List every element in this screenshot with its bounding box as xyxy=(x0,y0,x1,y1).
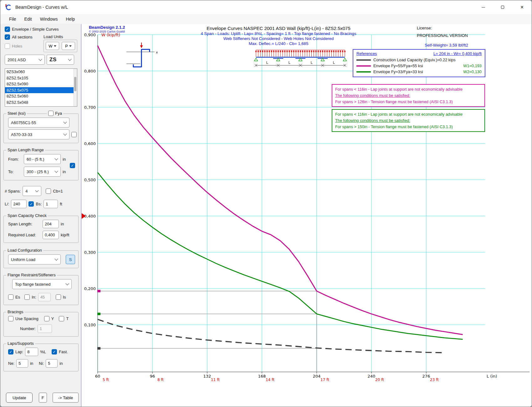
bs-input[interactable] xyxy=(43,200,58,208)
es-checkbox[interactable] xyxy=(8,294,13,300)
self-weight-label: Self-Weight= 3,59 lbf/ft2 xyxy=(404,43,468,48)
legend-l-wr-value: L= 204 in - Wr= 0,400 kip/ft xyxy=(433,51,482,56)
fast-checkbox[interactable] xyxy=(52,349,57,354)
ni-input[interactable] xyxy=(46,359,58,368)
load-units-w-label: W xyxy=(49,44,52,48)
all-sections-checkbox[interactable] xyxy=(5,34,10,40)
in-input[interactable] xyxy=(38,293,51,301)
menu-file[interactable]: File xyxy=(5,15,20,23)
bracing-y-checkbox[interactable] xyxy=(44,316,49,321)
span-length-input[interactable] xyxy=(43,220,59,228)
action-buttons: Update F -> Table xyxy=(0,393,81,403)
use-spacing-label: Use Spacing xyxy=(15,316,38,321)
bracing-number-input[interactable] xyxy=(38,324,52,333)
load-units-p-button[interactable]: P xyxy=(62,42,75,50)
flange-restraint-title: Flange Restraint/Stiffeners xyxy=(6,273,57,277)
list-item-section[interactable]: 8ZS2.5x090 xyxy=(5,81,77,87)
steel-group: Steel (ksi) Fya A60755C1-55 A570-33-33 xyxy=(3,113,79,143)
span-range-lock-checkbox[interactable] xyxy=(70,163,75,168)
steel-grade-2-checkbox[interactable] xyxy=(71,132,77,137)
ne-unit-label: in xyxy=(30,361,33,366)
ne-input[interactable] xyxy=(16,359,28,368)
envelope-simple-curves-checkbox[interactable] xyxy=(5,27,10,32)
shape-type-combo[interactable]: ZS xyxy=(47,55,74,65)
menu-windows[interactable]: Windows xyxy=(36,15,62,23)
lap-checkbox[interactable] xyxy=(8,349,13,354)
is-checkbox[interactable] xyxy=(56,294,61,300)
deflection-label: L/: xyxy=(5,202,9,206)
in-checkbox[interactable] xyxy=(24,294,30,300)
list-item-section[interactable]: 9ZS3x060 xyxy=(5,69,77,75)
load-config-value: Uniform Load xyxy=(11,257,35,262)
sidebar: Envelope / Simple Curves All sections Ho… xyxy=(0,24,81,407)
bracing-number-label: Number: xyxy=(20,326,36,331)
copyright: © 2002-2025 Carlos Gualdi xyxy=(89,30,125,33)
list-item-section[interactable]: 8ZS2.5x075 xyxy=(5,87,77,93)
steel-grade-2-combo[interactable]: A570-33-33 xyxy=(8,129,69,139)
chevron-down-icon xyxy=(38,57,42,61)
load-configuration-title: Load Configuration xyxy=(6,248,43,253)
flange-restraint-combo[interactable]: Top flange fastened xyxy=(12,279,72,289)
maximize-button[interactable] xyxy=(493,0,512,14)
lap-label: Lap: xyxy=(15,349,23,354)
load-config-combo[interactable]: Uniform Load xyxy=(8,254,61,264)
steel-grade-1-combo[interactable]: A60755C1-55 xyxy=(8,118,69,128)
update-button[interactable]: Update xyxy=(6,393,33,403)
envelope-row: Envelope / Simple Curves xyxy=(0,27,81,32)
svg-text:240: 240 xyxy=(368,374,376,379)
f-button[interactable]: F xyxy=(39,393,47,403)
lap-input[interactable] xyxy=(25,348,38,356)
chevron-down-icon xyxy=(54,169,58,173)
app-icon xyxy=(5,3,12,11)
from-label: From: xyxy=(8,157,22,162)
s-button[interactable]: S xyxy=(66,255,75,264)
steel-grade-2-value: A570-33-33 xyxy=(11,132,32,137)
chevron-down-icon xyxy=(54,157,58,160)
svg-text:x: x xyxy=(156,50,158,54)
list-item-section[interactable]: 8ZS2.5x060 xyxy=(5,93,77,99)
chevron-down-icon xyxy=(35,188,39,192)
menu-edit[interactable]: Edit xyxy=(21,15,36,23)
bs-checkbox[interactable] xyxy=(28,201,34,207)
load-units-w-button[interactable]: W xyxy=(46,42,59,50)
deflection-input[interactable] xyxy=(11,200,27,208)
minimize-button[interactable] xyxy=(473,0,493,14)
span-length-unit: in xyxy=(61,222,64,226)
legend-construction-label: Construction Load Capacity (Equiv.)=0.22… xyxy=(373,58,456,62)
cb1-checkbox[interactable] xyxy=(46,188,51,194)
spans-combo[interactable]: 4 xyxy=(23,186,41,196)
use-spacing-checkbox[interactable] xyxy=(8,316,13,321)
main-content: Envelope / Simple Curves All sections Ho… xyxy=(0,24,532,407)
menu-bar: FileEditWindowsHelp xyxy=(0,14,532,24)
legend-w2-value: W2=0,130 xyxy=(463,69,482,74)
list-item-section[interactable]: 8ZS2.5x105 xyxy=(5,75,77,81)
references-link[interactable]: References xyxy=(356,51,377,56)
top-options: All sections Holes Load Units W xyxy=(0,34,81,52)
license-value: PROFESSIONAL VERSION xyxy=(417,33,468,38)
construction-line-sample xyxy=(356,59,371,61)
bracing-t-checkbox[interactable] xyxy=(59,316,64,321)
listbox-scrollbar[interactable] xyxy=(74,69,77,106)
list-item-section[interactable]: 8ZS2.5x048 xyxy=(5,99,77,106)
close-button[interactable]: ✕ xyxy=(512,0,532,14)
span-from-combo[interactable]: 60 - (5 ft.) xyxy=(24,154,61,164)
holes-checkbox[interactable] xyxy=(5,43,10,49)
fya-option: Fya xyxy=(47,111,63,116)
span-capacity-title: Span Capacity Check xyxy=(6,213,48,218)
app-window: BeamDesign - Curves w/L ✕ FileEditWindow… xyxy=(0,0,532,407)
design-code-combo[interactable]: 2001 ASD xyxy=(5,55,45,65)
bs-unit-label: ft xyxy=(60,202,62,206)
required-load-unit: kip/ft xyxy=(61,233,69,237)
span-to-combo[interactable]: 300 - (25 ft.) xyxy=(24,167,61,177)
table-button[interactable]: -> Table xyxy=(53,393,79,403)
menu-help[interactable]: Help xyxy=(62,15,79,23)
beam-load-diagram: LLLL xyxy=(254,48,348,68)
fya-label: Fya xyxy=(55,111,62,116)
maximize-icon xyxy=(501,6,504,9)
bracings-title: Bracings xyxy=(6,309,25,314)
fya-checkbox[interactable] xyxy=(48,111,54,116)
from-unit-label: in xyxy=(63,157,66,162)
scrollbar-thumb[interactable] xyxy=(74,77,76,91)
required-load-input[interactable] xyxy=(43,231,59,239)
holes-label: Holes xyxy=(12,44,22,48)
